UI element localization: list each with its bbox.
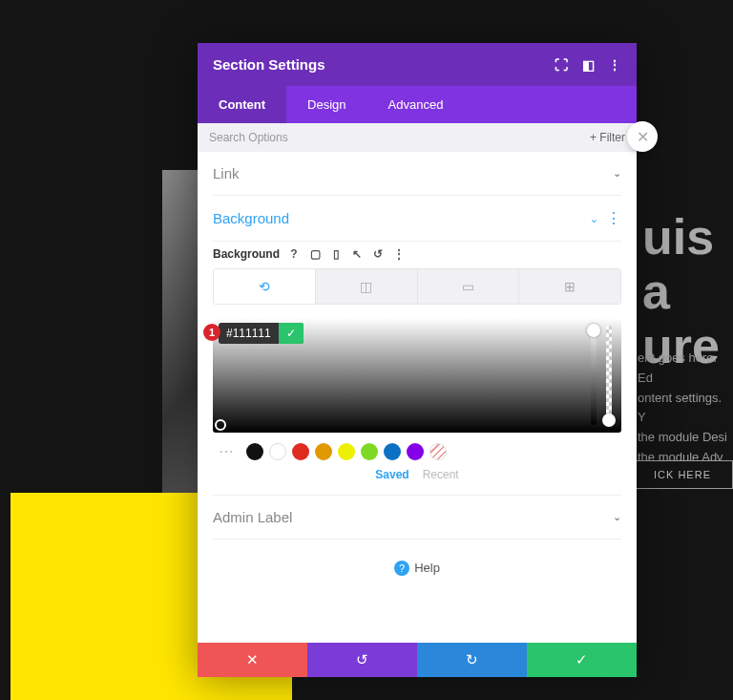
- section-background[interactable]: Background ⌃ ⋮: [213, 196, 621, 242]
- swatch-tab-saved[interactable]: Saved: [375, 468, 408, 481]
- undo-button[interactable]: ↺: [307, 643, 417, 677]
- color-picker[interactable]: 1 #111111 ✓: [213, 318, 621, 433]
- background-panel: Background ? ▢ ▯ ↖ ↺ ⋮ ⟲ ◫ ▭ ⊞ 1 #111111…: [213, 242, 621, 496]
- background-type-tabs: ⟲ ◫ ▭ ⊞: [213, 268, 621, 305]
- tab-content[interactable]: Content: [198, 86, 286, 123]
- help-row[interactable]: ?Help: [213, 540, 621, 597]
- redo-button[interactable]: ↻: [417, 643, 527, 677]
- chevron-down-icon: ⌄: [613, 167, 621, 180]
- phone-icon[interactable]: ▯: [329, 247, 343, 261]
- search-bar: Search Options + Filter: [198, 123, 637, 152]
- reset-icon[interactable]: ↺: [371, 247, 385, 261]
- section-settings-modal: Section Settings ⛶ ◧ ⋮ Content Design Ad…: [198, 43, 637, 677]
- hex-confirm-button[interactable]: ✓: [279, 323, 304, 344]
- bg-tab-color[interactable]: ⟲: [214, 269, 316, 304]
- hover-icon[interactable]: ↖: [350, 247, 364, 261]
- hero-paragraph: ent goes here. Ed ontent settings. Y the…: [638, 349, 733, 468]
- swatch-violet[interactable]: [407, 443, 424, 460]
- swatch-more-icon[interactable]: ⋯: [213, 442, 241, 460]
- chevron-down-icon: ⌄: [613, 511, 621, 523]
- save-button[interactable]: ✓: [527, 643, 637, 677]
- swatch-row: ⋯: [213, 442, 621, 460]
- close-icon[interactable]: ✕: [627, 121, 658, 152]
- modal-footer: ✕ ↺ ↻ ✓: [198, 643, 637, 677]
- background-label: Background: [213, 247, 280, 261]
- section-link[interactable]: Link ⌄: [213, 152, 621, 196]
- hex-input-bubble: #111111 ✓: [219, 323, 304, 344]
- discard-button[interactable]: ✕: [198, 643, 307, 677]
- expand-icon[interactable]: ⛶: [555, 58, 568, 72]
- swatch-tabs: Saved Recent: [213, 468, 621, 481]
- tablet-icon[interactable]: ▢: [308, 247, 322, 261]
- step-marker: 1: [203, 324, 220, 341]
- modal-title: Section Settings: [213, 56, 325, 73]
- swatch-clear[interactable]: [429, 443, 447, 460]
- menu-icon[interactable]: ⋮: [608, 58, 621, 72]
- help-badge-icon: ?: [394, 561, 409, 576]
- section-admin-label[interactable]: Admin Label ⌄: [213, 496, 621, 540]
- tab-advanced[interactable]: Advanced: [367, 86, 465, 123]
- filter-button[interactable]: + Filter: [590, 131, 625, 144]
- hex-input[interactable]: #111111: [219, 323, 279, 344]
- tab-design[interactable]: Design: [286, 86, 366, 123]
- bg-tab-gradient[interactable]: ◫: [316, 269, 418, 304]
- swatch-white[interactable]: [269, 443, 286, 460]
- hero-cta-button[interactable]: ICK HERE: [632, 460, 733, 489]
- swatch-green[interactable]: [361, 443, 378, 460]
- alpha-slider[interactable]: [606, 326, 612, 425]
- swatch-black[interactable]: [246, 443, 263, 460]
- snap-icon[interactable]: ◧: [581, 58, 595, 72]
- lightness-slider[interactable]: [591, 326, 597, 425]
- swatch-yellow[interactable]: [338, 443, 355, 460]
- section-menu-icon[interactable]: ⋮: [606, 209, 621, 227]
- search-input[interactable]: Search Options: [209, 131, 288, 144]
- swatch-blue[interactable]: [384, 443, 401, 460]
- swatch-orange[interactable]: [315, 443, 332, 460]
- modal-titlebar: Section Settings ⛶ ◧ ⋮: [198, 43, 637, 86]
- modal-tabs: Content Design Advanced: [198, 86, 637, 123]
- picker-handle[interactable]: [215, 419, 226, 431]
- options-icon[interactable]: ⋮: [392, 247, 406, 261]
- swatch-red[interactable]: [292, 443, 309, 460]
- swatch-tab-recent[interactable]: Recent: [423, 468, 459, 481]
- chevron-up-icon: ⌃: [590, 212, 598, 224]
- bg-tab-video[interactable]: ⊞: [519, 269, 620, 304]
- help-icon[interactable]: ?: [287, 247, 301, 261]
- bg-tab-image[interactable]: ▭: [418, 269, 520, 304]
